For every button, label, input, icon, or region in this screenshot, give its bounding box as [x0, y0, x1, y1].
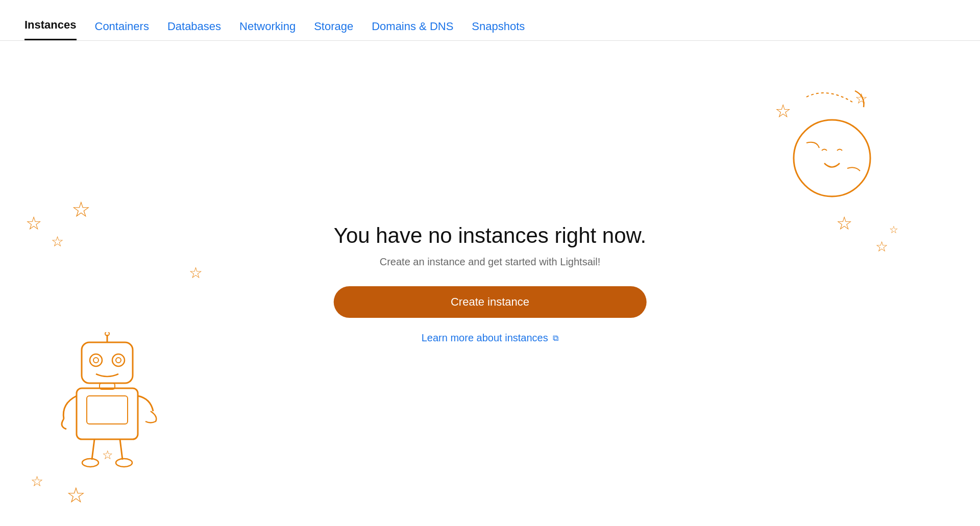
svg-point-14	[794, 120, 870, 196]
svg-point-13	[116, 459, 132, 467]
svg-line-11	[120, 439, 122, 460]
nav-item-storage[interactable]: Storage	[314, 20, 353, 40]
external-link-icon: ⧉	[553, 334, 558, 342]
nav-item-databases[interactable]: Databases	[167, 20, 221, 40]
svg-point-6	[116, 358, 121, 363]
robot-illustration	[51, 332, 163, 475]
create-instance-button[interactable]: Create instance	[334, 286, 647, 318]
planet-illustration	[776, 82, 878, 194]
nav-item-snapshots[interactable]: Snapshots	[472, 20, 525, 40]
star-decoration-1: ☆	[26, 214, 42, 233]
nav-item-domains-dns[interactable]: Domains & DNS	[372, 20, 453, 40]
nav-item-containers[interactable]: Containers	[95, 20, 149, 40]
star-decoration-4: ☆	[189, 265, 203, 281]
star-decoration-5: ☆	[31, 474, 43, 489]
star-decoration-3: ☆	[71, 199, 91, 220]
nav-item-instances[interactable]: Instances	[24, 18, 77, 40]
svg-point-4	[112, 354, 125, 366]
star-decoration-6: ☆	[66, 485, 86, 506]
empty-state-subtext: Create an instance and get started with …	[334, 256, 647, 268]
star-decoration-12: ☆	[889, 224, 898, 235]
empty-state: You have no instances right now. Create …	[334, 223, 647, 344]
svg-point-5	[93, 358, 99, 363]
main-nav: Instances Containers Databases Networkin…	[0, 0, 980, 41]
learn-more-link[interactable]: Learn more about instances ⧉	[422, 332, 559, 343]
star-decoration-2: ☆	[51, 235, 64, 249]
star-decoration-11: ☆	[875, 240, 888, 254]
svg-point-12	[82, 459, 99, 467]
svg-point-3	[90, 354, 102, 366]
main-content: You have no instances right now. Create …	[0, 41, 980, 526]
star-decoration-10: ☆	[836, 214, 852, 233]
empty-state-headline: You have no instances right now.	[334, 223, 647, 248]
svg-line-10	[92, 439, 94, 460]
nav-item-networking[interactable]: Networking	[239, 20, 296, 40]
svg-rect-8	[87, 396, 128, 424]
